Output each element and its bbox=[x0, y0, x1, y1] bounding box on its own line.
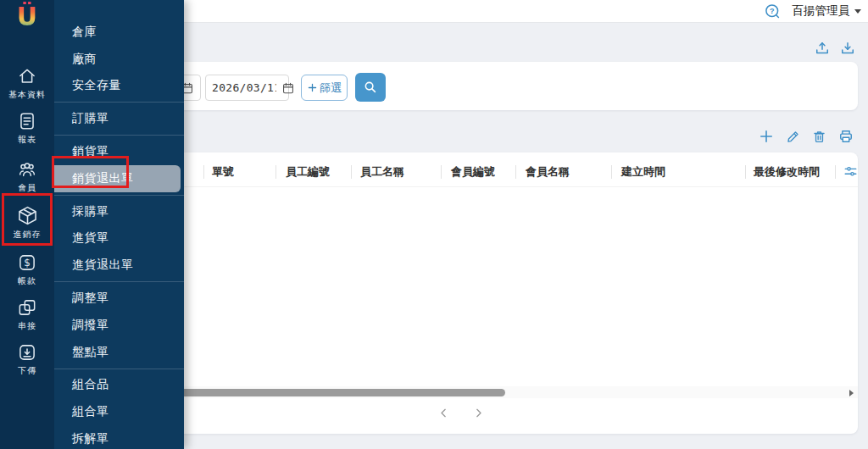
delete-trash-icon[interactable] bbox=[811, 129, 827, 145]
menu-item-purchase-order[interactable]: 採購單 bbox=[54, 198, 184, 225]
sidebar-item-payments[interactable]: $ 帳款 bbox=[0, 252, 54, 287]
column-header[interactable]: 會員編號 bbox=[451, 164, 495, 180]
print-icon[interactable] bbox=[837, 128, 854, 145]
add-record-icon[interactable] bbox=[758, 128, 775, 145]
help-icon[interactable]: ? bbox=[765, 3, 781, 19]
search-button[interactable] bbox=[355, 73, 386, 102]
menu-item-bundle-product[interactable]: 組合品 bbox=[54, 372, 184, 399]
svg-text:?: ? bbox=[769, 7, 774, 15]
column-divider bbox=[275, 165, 276, 179]
column-header[interactable]: 員工名稱 bbox=[360, 164, 404, 180]
add-filter-label: 篩選 bbox=[320, 80, 342, 96]
menu-divider bbox=[54, 281, 184, 282]
sidebar-label: 報表 bbox=[0, 134, 54, 146]
scrollbar-right-arrow-icon[interactable] bbox=[849, 390, 854, 396]
menu-item-sales-order[interactable]: 銷貨單 bbox=[54, 138, 184, 165]
menu-item-warehouse[interactable]: 倉庫 bbox=[54, 19, 184, 46]
scrollbar-thumb[interactable] bbox=[166, 389, 505, 396]
home-icon bbox=[16, 65, 38, 87]
menu-divider bbox=[54, 102, 184, 103]
download-icon[interactable] bbox=[839, 40, 856, 58]
column-header[interactable]: 建立時間 bbox=[621, 164, 665, 180]
menu-item-goods-receipt[interactable]: 進貨單 bbox=[54, 225, 184, 252]
sliders-icon[interactable] bbox=[843, 164, 858, 180]
user-menu[interactable]: 百揚管理員 bbox=[793, 3, 862, 19]
menu-item-bundle-order[interactable]: 組合單 bbox=[54, 398, 184, 425]
column-divider bbox=[611, 165, 612, 179]
inventory-submenu: 倉庫 廠商 安全存量 訂購單 銷貨單 銷貨退出單 採購單 進貨單 進貨退出單 調… bbox=[54, 0, 184, 449]
menu-item-safety-stock[interactable]: 安全存量 bbox=[54, 73, 184, 100]
menu-divider bbox=[54, 369, 184, 369]
svg-text:$: $ bbox=[24, 257, 31, 269]
sidebar-label: 進銷存 bbox=[0, 229, 54, 241]
sidebar-item-members[interactable]: 會員 bbox=[0, 158, 54, 194]
sidebar-nav: Ü 基本資料 報表 會員 進銷存 bbox=[0, 0, 54, 449]
date-to-input[interactable] bbox=[212, 81, 276, 94]
download-square-icon bbox=[16, 341, 38, 363]
members-icon bbox=[16, 158, 38, 180]
column-divider bbox=[515, 165, 516, 179]
sidebar-item-inventory[interactable]: 進銷存 bbox=[0, 204, 54, 241]
menu-item-purchase-return[interactable]: 進貨退出單 bbox=[54, 252, 184, 279]
column-divider bbox=[203, 165, 204, 179]
chevron-right-icon bbox=[472, 407, 485, 419]
payment-icon: $ bbox=[16, 252, 38, 274]
sidebar-item-basic-data[interactable]: 基本資料 bbox=[0, 65, 54, 101]
inventory-box-icon bbox=[16, 204, 39, 227]
column-divider bbox=[745, 165, 746, 179]
upload-icon[interactable] bbox=[814, 40, 831, 58]
menu-item-disassembly[interactable]: 拆解單 bbox=[54, 425, 184, 449]
sidebar-item-reports[interactable]: 報表 bbox=[0, 110, 54, 146]
magnifier-icon bbox=[363, 80, 378, 95]
column-header[interactable]: 員工編號 bbox=[286, 164, 330, 180]
menu-item-order-form[interactable]: 訂購單 bbox=[54, 105, 184, 132]
sidebar-label: 基本資料 bbox=[0, 89, 54, 101]
menu-item-vendor[interactable]: 廠商 bbox=[54, 46, 184, 73]
chevron-down-icon bbox=[854, 9, 861, 14]
sidebar-label: 帳款 bbox=[0, 275, 54, 287]
column-divider bbox=[351, 165, 352, 179]
sidebar-item-integration[interactable]: 串接 bbox=[0, 297, 54, 332]
sidebar-label: 會員 bbox=[0, 182, 54, 194]
date-to-field[interactable] bbox=[205, 75, 289, 101]
calendar-icon[interactable] bbox=[281, 81, 295, 95]
sidebar-label: 串接 bbox=[0, 320, 54, 332]
link-icon bbox=[16, 297, 38, 319]
chevron-left-icon bbox=[437, 407, 450, 419]
prev-page-button[interactable] bbox=[437, 407, 450, 419]
column-divider bbox=[441, 165, 442, 179]
menu-item-sales-return[interactable]: 銷貨退出單 bbox=[54, 165, 181, 192]
column-header[interactable]: 單號 bbox=[212, 164, 234, 180]
menu-item-transfer[interactable]: 調撥單 bbox=[54, 312, 184, 339]
report-icon bbox=[16, 110, 38, 132]
plus-icon bbox=[307, 82, 318, 93]
edit-pencil-icon[interactable] bbox=[785, 129, 801, 145]
app-window: ? 百揚管理員 bbox=[0, 0, 868, 449]
column-divider bbox=[835, 165, 836, 179]
menu-item-adjustment[interactable]: 調整單 bbox=[54, 285, 184, 312]
next-page-button[interactable] bbox=[472, 407, 485, 419]
column-header[interactable]: 最後修改時間 bbox=[754, 164, 820, 180]
menu-item-stocktake[interactable]: 盤點單 bbox=[54, 339, 184, 366]
sidebar-item-download[interactable]: 下傳 bbox=[0, 341, 54, 377]
sidebar-label: 下傳 bbox=[0, 365, 54, 377]
app-logo[interactable]: Ü bbox=[0, 2, 54, 31]
menu-divider bbox=[54, 195, 184, 196]
user-name: 百揚管理員 bbox=[793, 3, 850, 19]
menu-divider bbox=[54, 135, 184, 136]
column-header[interactable]: 會員名稱 bbox=[526, 164, 570, 180]
add-filter-button[interactable]: 篩選 bbox=[301, 75, 348, 101]
